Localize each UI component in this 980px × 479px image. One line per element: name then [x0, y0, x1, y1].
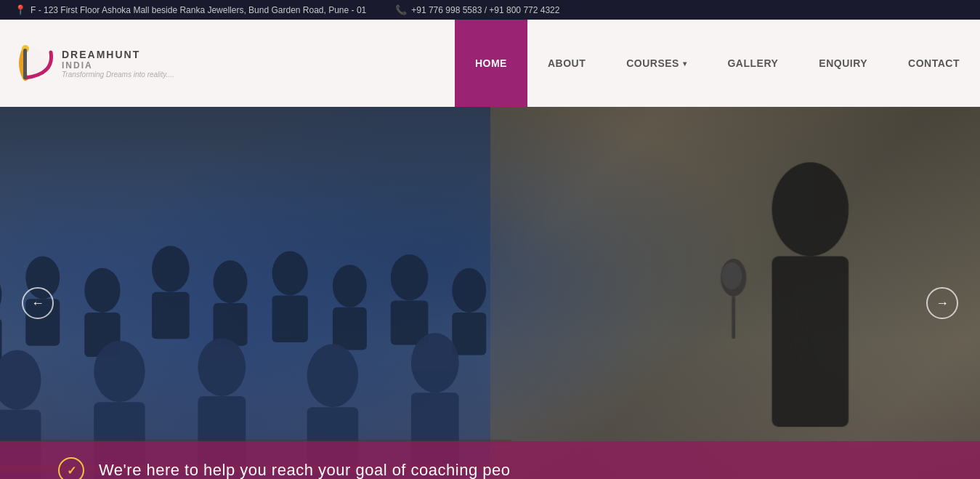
logo-tagline: Transforming Dreams into reality.... [62, 71, 174, 79]
top-bar: 📍 F - 123 First Floor Ashoka Mall beside… [0, 0, 980, 20]
nav-about[interactable]: ABOUT [527, 20, 606, 107]
next-slide-button[interactable]: → [926, 287, 958, 319]
nav-enquiry[interactable]: ENQUIRY [798, 20, 888, 107]
header: DREAMHUNT INDIA Transforming Dreams into… [0, 20, 980, 107]
main-nav: HOME ABOUT COURSES ▾ GALLERY ENQUIRY CON… [455, 20, 980, 107]
check-icon-circle: ✓ [58, 457, 84, 479]
logo-subtitle: INDIA [62, 60, 174, 71]
location-icon: 📍 [15, 4, 26, 15]
logo-title: DREAMHUNT [62, 49, 174, 60]
logo-area[interactable]: DREAMHUNT INDIA Transforming Dreams into… [15, 38, 203, 89]
courses-dropdown-arrow: ▾ [683, 60, 687, 68]
nav-courses[interactable]: COURSES ▾ [606, 20, 707, 107]
hero-tagline: We're here to help you reach your goal o… [99, 461, 510, 479]
logo-icon [15, 38, 54, 89]
hero-bottom-bar: ✓ We're here to help you reach your goal… [0, 441, 980, 479]
address-item: 📍 F - 123 First Floor Ashoka Mall beside… [15, 4, 366, 15]
svg-rect-1 [23, 49, 27, 79]
prev-slide-button[interactable]: ← [22, 287, 54, 319]
hero-section: ← → ✓ We're here to help you reach your … [0, 107, 980, 479]
phone-item: 📞 +91 776 998 5583 / +91 800 772 4322 [395, 4, 559, 15]
logo-text-area: DREAMHUNT INDIA Transforming Dreams into… [62, 49, 174, 79]
phone-text: +91 776 998 5583 / +91 800 772 4322 [411, 5, 559, 15]
phone-icon: 📞 [395, 4, 407, 15]
nav-contact[interactable]: CONTACT [888, 20, 980, 107]
nav-home[interactable]: HOME [455, 20, 527, 107]
crowd-overlay [0, 107, 735, 479]
address-text: F - 123 First Floor Ashoka Mall beside R… [31, 5, 366, 15]
nav-gallery[interactable]: GALLERY [707, 20, 798, 107]
